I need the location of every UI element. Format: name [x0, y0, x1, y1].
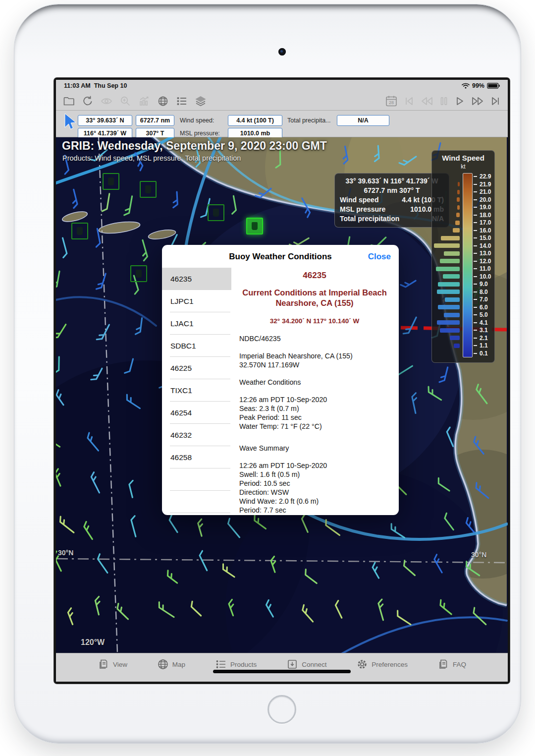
station-list-empty-row — [162, 513, 231, 515]
legend-tick-mark — [474, 176, 477, 177]
detail-location-coords: 32.570N 117.169W — [239, 360, 390, 369]
legend-histogram-bar — [444, 251, 460, 256]
grib-timestamp: GRIB: Wednesday, September 9, 2020 23:00… — [62, 139, 327, 153]
play-icon[interactable] — [454, 96, 465, 107]
buoy-marker[interactable] — [130, 265, 147, 282]
overlay-wind-label: Wind speed — [340, 195, 378, 205]
legend-tick-label: 3.1 — [480, 327, 488, 333]
tab-connect[interactable]: Connect — [286, 658, 326, 670]
legend-tick-label: 19.0 — [480, 204, 491, 210]
legend-histogram-bar — [444, 313, 460, 317]
station-list-item[interactable]: 46225 — [162, 357, 231, 379]
legend-histogram-bar — [456, 213, 460, 217]
buoy-marker[interactable] — [208, 204, 224, 221]
station-list-item[interactable]: LJAC1 — [162, 312, 231, 335]
legend-histogram-bar — [443, 274, 460, 279]
tab-map[interactable]: Map — [157, 658, 185, 670]
tab-products[interactable]: Products — [215, 658, 257, 670]
overlay-range-bearing: 6727.7 nm 307° T — [340, 186, 444, 195]
wave-summary-heading: Wave Summary — [239, 444, 390, 453]
station-list-item[interactable]: 46254 — [162, 402, 231, 424]
calendar-icon[interactable]: 28 — [385, 95, 398, 108]
legend-tick-mark — [474, 299, 477, 300]
legend-histogram-bar — [434, 243, 460, 248]
skip-end-icon[interactable] — [490, 96, 501, 107]
legend-tick-label: 20.0 — [480, 197, 491, 203]
wave-line: Direction: W — [239, 515, 390, 515]
legend-tick-mark — [474, 184, 477, 185]
open-file-icon[interactable] — [63, 95, 75, 107]
legend-tick-mark — [474, 345, 477, 346]
station-list-item[interactable]: TIXC1 — [162, 379, 231, 402]
main-toolbar: 28 — [56, 92, 508, 111]
eye-icon[interactable] — [101, 95, 112, 107]
status-bar: 11:03 AM Thu Sep 10 99% — [56, 80, 508, 92]
detail-source: NDBC/46235 — [239, 334, 390, 343]
legend-histogram-bar — [441, 236, 460, 240]
close-button[interactable]: Close — [368, 245, 391, 269]
legend-tick-label: 8.0 — [480, 289, 488, 295]
weather-line: Water Temp: 71 °F (22 °C) — [239, 422, 390, 431]
chart-icon[interactable] — [138, 95, 150, 107]
legend-tick-label: 17.0 — [480, 220, 491, 226]
svg-text:28: 28 — [389, 100, 394, 105]
wind-speed-legend: Wind Speed kt 22.921.921.020.019.018.017… — [431, 150, 495, 363]
lat-label-left: 30°N — [58, 549, 73, 557]
tab-faq[interactable]: FAQ — [437, 658, 466, 670]
station-detail-panel[interactable]: 46235 Current Conditions at Imperial Bea… — [231, 268, 399, 515]
legend-tick-mark — [474, 191, 477, 192]
tab-view[interactable]: View — [98, 658, 127, 670]
legend-tick-mark — [474, 322, 477, 323]
tab-preferences[interactable]: Preferences — [356, 658, 408, 670]
legend-tick-mark — [474, 291, 477, 292]
buoy-marker-selected[interactable] — [246, 218, 263, 234]
grib-products: Products: Wind speed, MSL pressure, Tota… — [62, 154, 241, 162]
station-list-item[interactable]: 46232 — [162, 424, 231, 446]
legend-tick-mark — [474, 284, 477, 285]
skip-start-icon[interactable] — [404, 96, 415, 107]
legend-tick-mark — [474, 276, 477, 277]
detail-location: Imperial Beach Nearshore, CA (155) 32.57… — [239, 351, 390, 369]
refresh-icon[interactable] — [82, 95, 94, 107]
station-list-item[interactable]: 46258 — [162, 446, 231, 468]
station-list-item[interactable]: 46235 — [162, 268, 231, 290]
legend-histogram-bar — [454, 344, 460, 348]
legend-unit: kt — [434, 163, 492, 170]
home-indicator[interactable] — [213, 670, 351, 673]
legend-tick-label: 12.0 — [480, 258, 491, 264]
pause-icon[interactable] — [439, 96, 448, 107]
legend-tick-label: 16.0 — [480, 228, 491, 233]
list-icon[interactable] — [176, 95, 188, 107]
screenshot-stage: 11:03 AM Thu Sep 10 99% — [0, 0, 535, 756]
legend-tick-mark — [474, 237, 477, 238]
range-readout: 6727.7 nm — [136, 115, 174, 126]
legend-tick-label: 1.1 — [480, 343, 488, 349]
layers-icon[interactable] — [195, 95, 207, 107]
legend-tick-mark — [474, 261, 477, 262]
zoom-in-icon[interactable] — [119, 95, 131, 107]
legend-histogram-bar — [457, 190, 460, 194]
wave-line: Period: 10.5 sec — [239, 479, 390, 488]
legend-tick-label: 5.0 — [480, 312, 488, 318]
faq-pages-icon — [437, 658, 449, 670]
globe-icon[interactable] — [157, 95, 169, 107]
legend-tick-mark — [474, 330, 477, 331]
station-list-item[interactable]: SDBC1 — [162, 335, 231, 357]
legend-histogram-bar — [440, 259, 460, 263]
home-button[interactable] — [268, 695, 296, 724]
pointer-tool-icon[interactable] — [62, 113, 77, 132]
tab-preferences-label: Preferences — [372, 661, 408, 668]
legend-tick-mark — [474, 207, 477, 208]
buoy-marker[interactable] — [140, 181, 157, 198]
legend-histogram-bar — [437, 320, 460, 325]
fast-forward-icon[interactable] — [471, 96, 484, 107]
weather-conditions-heading: Weather Conditions — [239, 378, 390, 387]
station-list-item[interactable]: LJPC1 — [162, 290, 231, 312]
front-camera — [278, 48, 286, 56]
legend-title: Wind Speed — [434, 154, 492, 162]
buoy-marker[interactable] — [103, 173, 119, 190]
legend-tick-mark — [474, 253, 477, 254]
buoy-marker[interactable] — [71, 223, 88, 239]
rewind-icon[interactable] — [421, 96, 433, 107]
overlay-coords: 33° 39.633´ N 116° 41.739´ W — [340, 176, 444, 186]
